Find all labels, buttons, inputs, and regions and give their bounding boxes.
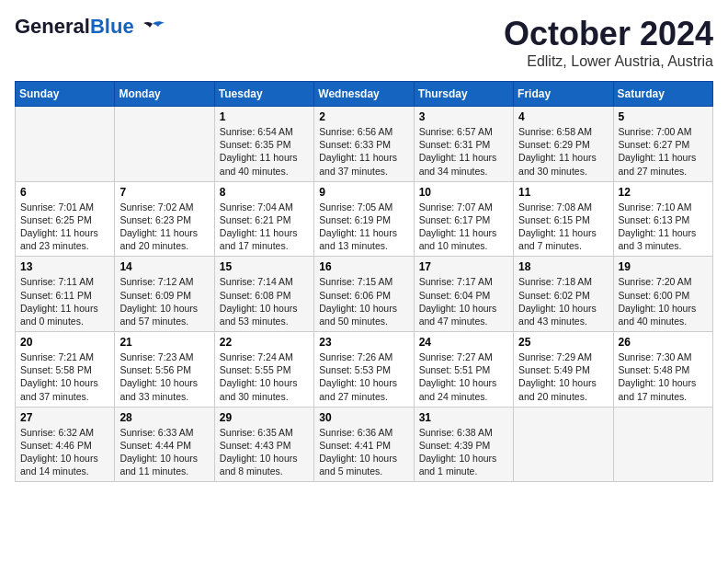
calendar-cell: 9Sunrise: 7:05 AMSunset: 6:19 PMDaylight… [314,181,414,257]
day-info: Sunrise: 7:29 AMSunset: 5:49 PMDaylight:… [518,350,608,403]
day-info: Sunrise: 6:33 AMSunset: 4:44 PMDaylight:… [119,426,209,478]
calendar-cell: 31Sunrise: 6:38 AMSunset: 4:39 PMDayligh… [414,407,513,482]
weekday-header-row: SundayMondayTuesdayWednesdayThursdayFrid… [16,82,713,107]
calendar-cell: 17Sunrise: 7:17 AMSunset: 6:04 PMDayligh… [414,257,513,332]
day-number: 5 [619,110,708,123]
calendar-cell: 11Sunrise: 7:08 AMSunset: 6:15 PMDayligh… [514,181,613,257]
calendar-cell: 6Sunrise: 7:01 AMSunset: 6:25 PMDaylight… [16,181,115,257]
calendar-cell: 13Sunrise: 7:11 AMSunset: 6:11 PMDayligh… [16,257,115,332]
day-info: Sunrise: 6:38 AMSunset: 4:39 PMDaylight:… [419,426,508,478]
day-info: Sunrise: 7:01 AMSunset: 6:25 PMDaylight:… [20,201,109,253]
calendar-week-row: 27Sunrise: 6:32 AMSunset: 4:46 PMDayligh… [16,407,713,482]
calendar-cell: 16Sunrise: 7:15 AMSunset: 6:06 PMDayligh… [314,257,414,332]
calendar-cell: 28Sunrise: 6:33 AMSunset: 4:44 PMDayligh… [115,407,214,482]
title-block: October 2024 Edlitz, Lower Austria, Aust… [504,15,713,70]
day-info: Sunrise: 6:57 AMSunset: 6:31 PMDaylight:… [419,125,508,178]
weekday-header: Monday [115,82,214,107]
day-number: 24 [419,336,508,349]
weekday-header: Wednesday [314,82,414,107]
calendar-cell: 20Sunrise: 7:21 AMSunset: 5:58 PMDayligh… [16,332,115,408]
day-info: Sunrise: 7:00 AMSunset: 6:27 PMDaylight:… [619,125,708,178]
day-info: Sunrise: 6:36 AMSunset: 4:41 PMDaylight:… [319,426,408,478]
day-info: Sunrise: 7:05 AMSunset: 6:19 PMDaylight:… [319,201,408,253]
calendar-cell: 8Sunrise: 7:04 AMSunset: 6:21 PMDaylight… [214,181,313,257]
day-info: Sunrise: 6:35 AMSunset: 4:43 PMDaylight:… [220,426,309,478]
day-info: Sunrise: 6:54 AMSunset: 6:35 PMDaylight:… [220,125,309,178]
day-number: 13 [20,260,109,273]
calendar-cell [514,407,613,482]
calendar-cell [16,107,115,182]
calendar-cell: 10Sunrise: 7:07 AMSunset: 6:17 PMDayligh… [414,181,513,257]
day-info: Sunrise: 7:07 AMSunset: 6:17 PMDaylight:… [419,201,508,253]
day-info: Sunrise: 7:21 AMSunset: 5:58 PMDaylight:… [20,350,109,403]
day-number: 22 [220,336,309,349]
day-info: Sunrise: 6:58 AMSunset: 6:29 PMDaylight:… [518,125,608,178]
calendar-title: October 2024 [504,15,713,53]
calendar-cell: 1Sunrise: 6:54 AMSunset: 6:35 PMDaylight… [214,107,313,182]
day-number: 3 [419,110,508,123]
day-number: 19 [619,260,708,273]
calendar-week-row: 1Sunrise: 6:54 AMSunset: 6:35 PMDaylight… [16,107,713,182]
day-number: 14 [119,260,209,273]
day-number: 17 [419,260,508,273]
day-number: 18 [518,260,608,273]
day-number: 1 [220,110,309,123]
day-number: 7 [119,186,209,199]
day-info: Sunrise: 7:14 AMSunset: 6:08 PMDaylight:… [220,275,309,327]
day-info: Sunrise: 7:23 AMSunset: 5:56 PMDaylight:… [119,350,209,403]
calendar-cell [115,107,214,182]
calendar-subtitle: Edlitz, Lower Austria, Austria [504,53,713,70]
day-info: Sunrise: 7:24 AMSunset: 5:55 PMDaylight:… [220,350,309,403]
calendar-cell: 4Sunrise: 6:58 AMSunset: 6:29 PMDaylight… [514,107,613,182]
day-info: Sunrise: 7:17 AMSunset: 6:04 PMDaylight:… [419,275,508,327]
logo: GeneralBlue [15,15,165,39]
calendar-cell: 18Sunrise: 7:18 AMSunset: 6:02 PMDayligh… [514,257,613,332]
day-info: Sunrise: 6:32 AMSunset: 4:46 PMDaylight:… [20,426,109,478]
calendar-cell: 3Sunrise: 6:57 AMSunset: 6:31 PMDaylight… [414,107,513,182]
day-info: Sunrise: 7:08 AMSunset: 6:15 PMDaylight:… [518,201,608,253]
day-info: Sunrise: 7:26 AMSunset: 5:53 PMDaylight:… [319,350,408,403]
calendar-week-row: 13Sunrise: 7:11 AMSunset: 6:11 PMDayligh… [16,257,713,332]
calendar-cell: 14Sunrise: 7:12 AMSunset: 6:09 PMDayligh… [115,257,214,332]
weekday-header: Tuesday [214,82,313,107]
calendar-cell: 5Sunrise: 7:00 AMSunset: 6:27 PMDaylight… [613,107,712,182]
day-number: 26 [619,336,708,349]
day-info: Sunrise: 6:56 AMSunset: 6:33 PMDaylight:… [319,125,408,178]
day-info: Sunrise: 7:15 AMSunset: 6:06 PMDaylight:… [319,275,408,327]
weekday-header: Thursday [414,82,513,107]
day-info: Sunrise: 7:27 AMSunset: 5:51 PMDaylight:… [419,350,508,403]
weekday-header: Friday [514,82,613,107]
calendar-cell: 7Sunrise: 7:02 AMSunset: 6:23 PMDaylight… [115,181,214,257]
day-number: 21 [119,336,209,349]
day-info: Sunrise: 7:30 AMSunset: 5:48 PMDaylight:… [619,350,708,403]
day-info: Sunrise: 7:18 AMSunset: 6:02 PMDaylight:… [518,275,608,327]
calendar-cell: 12Sunrise: 7:10 AMSunset: 6:13 PMDayligh… [613,181,712,257]
day-number: 29 [220,411,309,424]
calendar-table: SundayMondayTuesdayWednesdayThursdayFrid… [15,81,713,482]
day-number: 16 [319,260,408,273]
day-info: Sunrise: 7:02 AMSunset: 6:23 PMDaylight:… [119,201,209,253]
weekday-header: Saturday [613,82,712,107]
day-number: 28 [119,411,209,424]
logo-bird-icon [140,20,165,39]
calendar-cell: 29Sunrise: 6:35 AMSunset: 4:43 PMDayligh… [214,407,313,482]
day-info: Sunrise: 7:12 AMSunset: 6:09 PMDaylight:… [119,275,209,327]
calendar-cell: 26Sunrise: 7:30 AMSunset: 5:48 PMDayligh… [613,332,712,408]
day-number: 12 [619,186,708,199]
day-number: 27 [20,411,109,424]
day-number: 20 [20,336,109,349]
day-number: 25 [518,336,608,349]
calendar-cell: 30Sunrise: 6:36 AMSunset: 4:41 PMDayligh… [314,407,414,482]
calendar-cell: 19Sunrise: 7:20 AMSunset: 6:00 PMDayligh… [613,257,712,332]
calendar-cell: 27Sunrise: 6:32 AMSunset: 4:46 PMDayligh… [16,407,115,482]
day-number: 30 [319,411,408,424]
calendar-cell [613,407,712,482]
day-number: 4 [518,110,608,123]
day-info: Sunrise: 7:11 AMSunset: 6:11 PMDaylight:… [20,275,109,327]
day-number: 11 [518,186,608,199]
day-number: 15 [220,260,309,273]
calendar-cell: 24Sunrise: 7:27 AMSunset: 5:51 PMDayligh… [414,332,513,408]
logo-text: GeneralBlue [15,15,165,39]
calendar-week-row: 6Sunrise: 7:01 AMSunset: 6:25 PMDaylight… [16,181,713,257]
calendar-cell: 21Sunrise: 7:23 AMSunset: 5:56 PMDayligh… [115,332,214,408]
